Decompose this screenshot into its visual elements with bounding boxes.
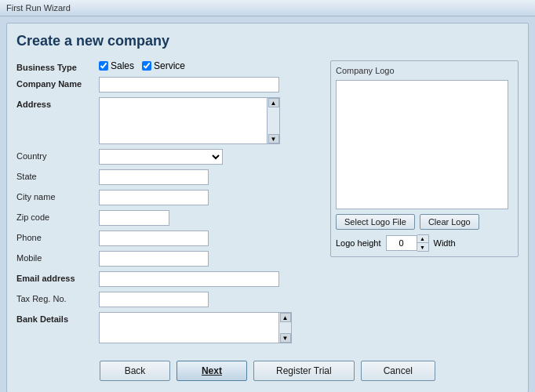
state-input[interactable] — [99, 169, 209, 185]
logo-width-label: Width — [434, 238, 456, 248]
email-label: Email address — [16, 271, 99, 283]
window-title: First Run Wizard — [6, 3, 71, 13]
logo-height-spinner: 0 ▲ ▼ — [386, 234, 429, 252]
bank-input[interactable] — [99, 312, 279, 343]
select-logo-button[interactable]: Select Logo File — [336, 214, 415, 230]
address-row: Address ▲ ▼ — [16, 97, 321, 144]
logo-dimensions: Logo height 0 ▲ ▼ Width — [336, 234, 513, 252]
content-area: Business Type Sales Service Company Name — [16, 60, 519, 348]
bank-scrollbar-container: ▲ ▼ — [99, 312, 292, 343]
register-trial-button[interactable]: Register Trial — [253, 361, 355, 381]
scroll-down-arrow[interactable]: ▼ — [268, 134, 279, 143]
state-label: State — [16, 169, 99, 181]
bottom-bar: Back Next Register Trial Cancel — [16, 356, 519, 381]
email-input[interactable] — [99, 271, 279, 287]
address-label: Address — [16, 97, 99, 109]
country-select[interactable] — [99, 149, 223, 165]
zip-row: Zip code — [16, 210, 321, 226]
address-input[interactable] — [99, 97, 268, 144]
email-row: Email address — [16, 271, 321, 287]
country-label: Country — [16, 149, 99, 161]
logo-height-label: Logo height — [336, 238, 381, 248]
next-button[interactable]: Next — [177, 361, 247, 381]
address-scrollbar-container: ▲ ▼ — [99, 97, 280, 144]
zip-input[interactable] — [99, 210, 169, 226]
scroll-up-arrow[interactable]: ▲ — [268, 98, 279, 107]
bank-scroll-down[interactable]: ▼ — [280, 333, 291, 343]
city-row: City name — [16, 190, 321, 205]
business-type-label: Business Type — [16, 60, 99, 72]
sales-checkbox[interactable] — [99, 61, 108, 71]
sales-label: Sales — [111, 60, 134, 71]
logo-group: Company Logo Select Logo File Clear Logo… — [330, 60, 519, 257]
mobile-row: Mobile — [16, 251, 321, 267]
title-bar: First Run Wizard — [0, 0, 535, 16]
sales-checkbox-item: Sales — [99, 60, 134, 71]
zip-label: Zip code — [16, 210, 99, 222]
business-type-row: Business Type Sales Service — [16, 60, 321, 72]
clear-logo-button[interactable]: Clear Logo — [420, 214, 479, 230]
logo-height-input[interactable]: 0 — [386, 235, 417, 251]
tax-row: Tax Reg. No. — [16, 292, 321, 307]
city-label: City name — [16, 190, 99, 201]
bank-scrollbar: ▲ ▼ — [279, 312, 292, 343]
phone-row: Phone — [16, 230, 321, 246]
page-title: Create a new company — [16, 33, 519, 49]
bank-label: Bank Details — [16, 312, 99, 324]
service-label: Service — [154, 60, 185, 71]
mobile-input[interactable] — [99, 251, 209, 267]
city-input[interactable] — [99, 190, 209, 205]
bank-row: Bank Details ▲ ▼ — [16, 312, 321, 343]
cancel-button[interactable]: Cancel — [361, 361, 435, 381]
mobile-label: Mobile — [16, 251, 99, 263]
business-type-checkboxes: Sales Service — [99, 60, 185, 71]
tax-input[interactable] — [99, 292, 209, 307]
main-container: Create a new company Business Type Sales… — [6, 23, 529, 392]
logo-buttons: Select Logo File Clear Logo — [336, 214, 513, 230]
left-panel: Business Type Sales Service Company Name — [16, 60, 321, 348]
spinner-down-button[interactable]: ▼ — [417, 243, 428, 251]
right-panel: Company Logo Select Logo File Clear Logo… — [330, 60, 519, 348]
phone-input[interactable] — [99, 230, 209, 246]
service-checkbox-item: Service — [142, 60, 185, 71]
spinner-buttons: ▲ ▼ — [417, 234, 429, 252]
tax-label: Tax Reg. No. — [16, 292, 99, 303]
company-name-row: Company Name — [16, 77, 321, 93]
service-checkbox[interactable] — [142, 61, 151, 71]
back-button[interactable]: Back — [100, 361, 170, 381]
address-scrollbar: ▲ ▼ — [268, 97, 280, 144]
logo-preview — [336, 80, 508, 209]
logo-group-title: Company Logo — [336, 66, 513, 75]
spinner-up-button[interactable]: ▲ — [417, 235, 428, 243]
company-name-label: Company Name — [16, 77, 99, 89]
country-row: Country — [16, 149, 321, 165]
state-row: State — [16, 169, 321, 185]
company-name-input[interactable] — [99, 77, 279, 93]
bank-scroll-up[interactable]: ▲ — [280, 313, 291, 322]
phone-label: Phone — [16, 230, 99, 242]
